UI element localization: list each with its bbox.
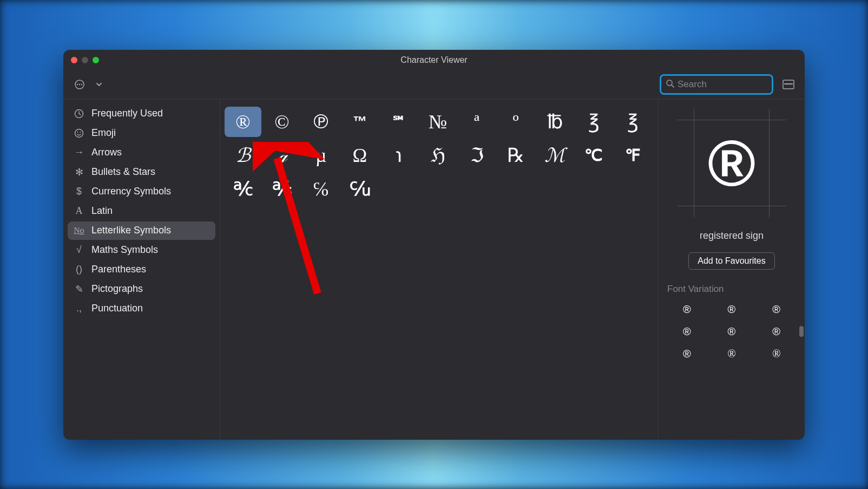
collapse-view-icon[interactable] — [781, 77, 796, 92]
search-input[interactable] — [678, 79, 792, 90]
char-cell-micro[interactable]: µ — [303, 140, 339, 171]
char-cell-fraktur-h[interactable]: ℌ — [419, 140, 456, 171]
svg-point-9 — [75, 129, 83, 137]
char-cell-feminine-ordinal[interactable]: ª — [458, 107, 495, 137]
sidebar-item-label: Letterlike Symbols — [91, 225, 171, 236]
sidebar-item-label: Parentheses — [91, 264, 146, 275]
char-cell-ounce[interactable]: ℥ — [575, 107, 612, 137]
main-panel: ® © ℗ ™ ℠ № ª º ℔ ℥ ℥ ℬ ℊ µ Ω ℩ — [220, 99, 805, 440]
font-variation-item[interactable]: ® — [673, 303, 701, 316]
character-name: registered sign — [700, 230, 764, 242]
pictograph-icon: ✎ — [73, 283, 85, 295]
sidebar-item-pictographs[interactable]: ✎ Pictographs — [68, 280, 215, 298]
sidebar-item-arrows[interactable]: → Arrows — [68, 144, 215, 162]
char-cell-script-g[interactable]: ℊ — [264, 140, 300, 171]
char-cell-lb-bar[interactable]: ℔ — [536, 107, 573, 137]
search-box[interactable] — [660, 74, 773, 95]
svg-point-1 — [77, 83, 78, 84]
font-variation-item[interactable]: ® — [762, 303, 791, 316]
sidebar-item-maths[interactable]: √ Maths Symbols — [68, 241, 215, 259]
options-menu-icon[interactable] — [72, 77, 87, 92]
maximize-button[interactable] — [93, 57, 99, 63]
sidebar-item-label: Pictographs — [91, 283, 143, 295]
font-variation-grid: ® ® ® ® ® ® ® ® ® — [665, 303, 798, 360]
smiley-icon — [73, 127, 85, 139]
char-cell-ac[interactable]: ℀ — [225, 174, 261, 204]
arrow-icon: → — [73, 147, 85, 159]
char-cell-cu[interactable]: ℆ — [341, 174, 378, 204]
char-cell-numero[interactable]: № — [419, 107, 456, 137]
latin-icon: A — [73, 205, 85, 217]
font-variation-label: Font Variation — [665, 284, 798, 295]
char-cell-as[interactable]: ℁ — [264, 174, 300, 204]
sidebar-item-emoji[interactable]: Emoji — [68, 124, 215, 142]
detail-panel: ® registered sign Add to Favourites Font… — [659, 99, 805, 440]
char-cell-info[interactable]: ℩ — [380, 140, 417, 171]
parens-icon: () — [73, 264, 85, 276]
char-cell-fahrenheit[interactable]: ℉ — [614, 140, 651, 171]
font-variation-item[interactable]: ® — [718, 303, 746, 316]
char-cell-ounce-2[interactable]: ℥ — [614, 107, 651, 137]
sidebar-item-parentheses[interactable]: () Parentheses — [68, 260, 215, 279]
char-cell-sound-recording[interactable]: ℗ — [303, 107, 339, 137]
close-button[interactable] — [71, 57, 77, 63]
svg-point-2 — [79, 83, 80, 84]
font-variation-item[interactable]: ® — [718, 325, 746, 338]
svg-point-10 — [77, 132, 78, 133]
sidebar-item-label: Frequently Used — [91, 108, 163, 119]
sidebar-item-punctuation[interactable]: ., Punctuation — [68, 299, 215, 318]
char-cell-fraktur-i[interactable]: ℑ — [458, 140, 495, 171]
char-cell-co[interactable]: ℅ — [303, 174, 339, 204]
svg-rect-7 — [784, 83, 793, 84]
star-icon: ✻ — [73, 166, 85, 178]
svg-point-11 — [80, 132, 81, 133]
sidebar-item-letterlike[interactable]: No Letterlike Symbols — [68, 221, 215, 240]
sidebar-item-frequently-used[interactable]: Frequently Used — [68, 105, 215, 123]
add-to-favourites-button[interactable]: Add to Favourites — [688, 252, 774, 270]
numero-icon: No — [73, 225, 85, 237]
char-cell-masculine-ordinal[interactable]: º — [497, 107, 534, 137]
dollar-icon: $ — [73, 186, 85, 198]
char-cell-script-m[interactable]: ℳ — [536, 140, 573, 171]
sidebar-item-label: Latin — [91, 205, 113, 217]
sidebar-item-currency[interactable]: $ Currency Symbols — [68, 182, 215, 201]
char-cell-ohm[interactable]: Ω — [341, 140, 378, 171]
window-controls — [71, 57, 99, 63]
char-cell-rx[interactable]: ℞ — [497, 140, 534, 171]
svg-point-3 — [81, 83, 82, 84]
font-variation-item[interactable]: ® — [673, 325, 701, 338]
font-variation-item[interactable]: ® — [673, 348, 701, 360]
content-area: Frequently Used Emoji → Arrows ✻ Bullets… — [63, 99, 805, 440]
sidebar-item-label: Maths Symbols — [91, 244, 158, 256]
char-cell-copyright[interactable]: © — [264, 107, 300, 137]
preview-glyph: ® — [708, 126, 755, 200]
dropdown-chevron-icon[interactable] — [91, 77, 107, 92]
char-cell-celsius[interactable]: ℃ — [575, 140, 612, 171]
character-viewer-window: Character Viewer — [63, 50, 805, 440]
sidebar-item-label: Bullets & Stars — [91, 166, 155, 178]
svg-line-5 — [672, 85, 674, 87]
char-cell-registered[interactable]: ® — [225, 107, 261, 137]
sidebar: Frequently Used Emoji → Arrows ✻ Bullets… — [63, 99, 220, 440]
font-variation-item[interactable]: ® — [762, 325, 791, 338]
minimize-button[interactable] — [82, 57, 88, 63]
sidebar-item-label: Currency Symbols — [91, 186, 171, 197]
sidebar-item-bullets-stars[interactable]: ✻ Bullets & Stars — [68, 163, 215, 181]
sidebar-item-label: Emoji — [91, 127, 116, 139]
titlebar: Character Viewer — [63, 50, 805, 70]
char-cell-script-b[interactable]: ℬ — [225, 140, 261, 171]
character-grid: ® © ℗ ™ ℠ № ª º ℔ ℥ ℥ ℬ ℊ µ Ω ℩ — [220, 99, 659, 440]
sqrt-icon: √ — [73, 244, 85, 256]
punctuation-icon: ., — [73, 303, 85, 315]
character-preview: ® — [678, 109, 786, 217]
font-variation-item[interactable]: ® — [762, 348, 791, 360]
sidebar-item-label: Punctuation — [91, 303, 143, 314]
char-cell-trademark[interactable]: ™ — [341, 107, 378, 137]
toolbar — [63, 70, 805, 99]
clock-icon — [73, 108, 85, 120]
search-icon — [666, 79, 674, 90]
sidebar-item-latin[interactable]: A Latin — [68, 202, 215, 220]
char-cell-service-mark[interactable]: ℠ — [380, 107, 417, 137]
font-variation-item[interactable]: ® — [718, 348, 746, 360]
scrollbar-thumb[interactable] — [799, 326, 804, 337]
